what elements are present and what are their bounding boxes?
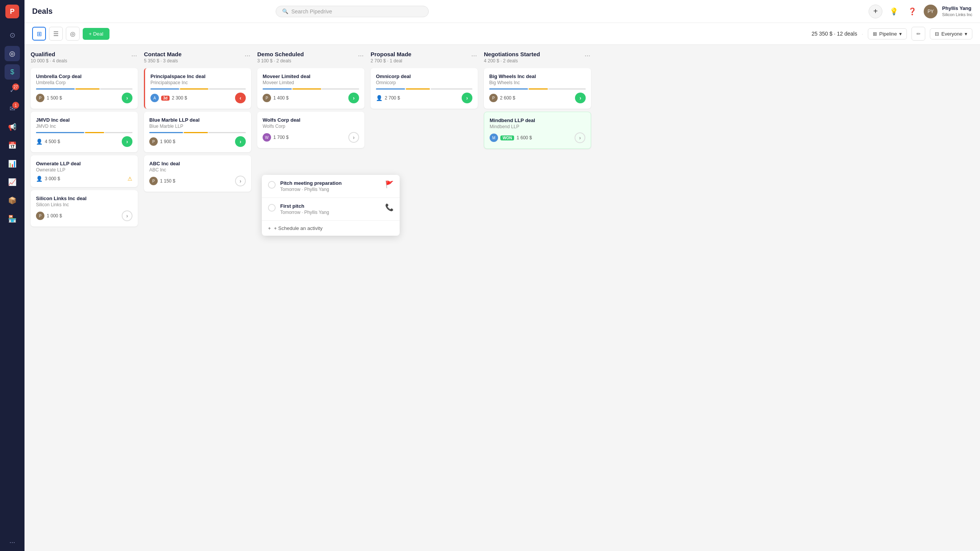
column-meta-negotiations-started: 4 200 $ · 2 deals [484,58,540,64]
card-principalspace[interactable]: Principalspace Inc deal Principalspace I… [144,68,251,109]
sidebar: P ⊙ ◎ $ ✓ 27 ✉ 1 📢 📅 📊 📈 📦 🏪 ··· [0,0,24,551]
card-company: Blue Marble LLP [149,124,246,129]
card-jmvd[interactable]: JMVD Inc deal JMVD Inc 👤 4 500 $ › [31,112,138,152]
column-meta-demo-scheduled: 3 100 $ · 2 deals [257,58,304,64]
sidebar-item-calendar[interactable]: 📅 [5,138,20,153]
column-menu-negotiations-started[interactable]: ··· [584,51,591,60]
column-menu-qualified[interactable]: ··· [131,51,138,60]
sidebar-item-reports[interactable]: 📊 [5,156,20,171]
card-avatar: M [490,134,498,142]
sidebar-item-home[interactable]: ⊙ [5,28,20,43]
search-icon: 🔍 [282,8,288,14]
card-company: Moveer Limited [263,80,359,85]
card-arrow[interactable]: › [348,93,359,103]
card-arrow[interactable]: › [122,93,132,103]
column-meta-contact-made: 5 350 $ · 3 deals [144,58,181,64]
mail-badge: 1 [12,102,19,109]
column-menu-demo-scheduled[interactable]: ··· [357,51,364,60]
card-footer: 👤 3 000 $ ⚠ [36,176,132,182]
card-company: Principalspace Inc [150,80,246,85]
kanban-view-button[interactable]: ⊞ [32,27,46,41]
forecast-view-button[interactable]: ◎ [66,27,80,41]
search-placeholder: Search Pipedrive [291,8,332,15]
pipeline-icon: ⊞ [873,31,877,37]
column-title-proposal-made: Proposal Made [371,51,412,57]
activity-item-first-pitch[interactable]: First pitch Tomorrow · Phyllis Yang 📞 [262,198,400,221]
card-avatar: P [149,137,158,146]
sidebar-item-contacts[interactable]: ◎ [5,46,20,61]
card-wolfs[interactable]: Wolfs Corp deal Wolfs Corp W 1 700 $ › [257,112,364,148]
card-amount: 1 150 $ [160,178,175,184]
user-info: Phyllis Yang Silicon Links Inc [942,5,972,17]
pipeline-dropdown[interactable]: ⊞ Pipeline ▾ [868,28,907,39]
lightbulb-icon[interactable]: 💡 [887,5,901,18]
sidebar-item-marketplace[interactable]: 🏪 [5,211,20,227]
activity-circle[interactable] [268,204,276,212]
filter-label: Everyone [941,31,962,37]
filter-chevron-icon: ▾ [965,31,967,37]
sidebar-item-campaigns[interactable]: 📢 [5,119,20,135]
topbar: Deals 🔍 Search Pipedrive + 💡 ❓ PY Phylli… [24,0,980,23]
card-arrow[interactable]: ‹ [235,93,246,103]
card-footer: M WON 1 600 $ › [490,132,585,143]
card-company: Omnicorp [376,80,472,85]
card-bigwheels[interactable]: Big Wheels Inc deal Big Wheels Inc P 2 6… [484,68,591,109]
card-company: Umbrella Corp [36,80,132,85]
add-deal-button[interactable]: + Deal [83,28,109,40]
card-omnicorp[interactable]: Omnicorp deal Omnicorp 👤 2 700 $ › [371,68,478,109]
card-bluemarble[interactable]: Blue Marble LLP deal Blue Marble LLP P 1… [144,112,251,152]
sidebar-item-deals[interactable]: $ [5,64,20,80]
card-moveer[interactable]: Moveer Limited deal Moveer Limited P 1 4… [257,68,364,109]
help-icon[interactable]: ❓ [905,5,919,18]
sidebar-item-mail[interactable]: ✉ 1 [5,101,20,116]
column-menu-proposal-made[interactable]: ··· [470,51,478,60]
filter-dropdown[interactable]: ⊟ Everyone ▾ [930,28,972,39]
warning-icon: ⚠ [127,176,132,182]
schedule-activity-button[interactable]: + + Schedule an activity [262,221,400,236]
card-arrow[interactable]: › [575,132,585,143]
card-arrow[interactable]: › [235,136,246,147]
card-footer: 👤 2 700 $ › [376,93,472,103]
card-arrow[interactable]: › [575,93,586,103]
card-arrow[interactable]: › [348,132,359,143]
card-ownerate[interactable]: Ownerate LLP deal Ownerate LLP 👤 3 000 $… [31,155,138,187]
activity-item-pitch-meeting[interactable]: Pitch meeting preparation Tomorrow · Phy… [262,175,400,198]
sidebar-item-products[interactable]: 📦 [5,193,20,208]
stats-text: 25 350 $ · 12 deals [812,31,857,37]
progress-bar [489,88,586,90]
activity-circle[interactable] [268,181,276,189]
column-header-contact-made: Contact Made 5 350 $ · 3 deals ··· [144,51,251,64]
won-badge: WON [500,135,514,140]
card-title: Wolfs Corp deal [263,117,359,123]
column-title-negotiations-started: Negotiations Started [484,51,540,57]
column-title-contact-made: Contact Made [144,51,181,57]
card-arrow[interactable]: › [462,93,472,103]
card-umbrella[interactable]: Umbrella Corp deal Umbrella Corp P 1 500… [31,68,138,109]
card-title: Omnicorp deal [376,73,472,79]
main-content: Deals 🔍 Search Pipedrive + 💡 ❓ PY Phylli… [24,0,980,551]
sidebar-more[interactable]: ··· [9,538,15,546]
column-proposal-made: Proposal Made 2 700 $ · 1 deal ··· Omnic… [371,51,478,545]
person-icon: 👤 [376,95,382,101]
progress-bar [376,88,472,90]
card-abc[interactable]: ABC Inc deal ABC Inc P 1 150 $ › [144,155,251,192]
card-mindbend[interactable]: Mindbend LLP deal Mindbend LLP M WON 1 6… [484,112,591,149]
sidebar-item-activities[interactable]: ✓ 27 [5,83,20,98]
card-siliconlinks[interactable]: Silicon Links Inc deal Silicon Links Inc… [31,190,138,227]
list-view-button[interactable]: ☰ [49,27,63,41]
search-bar[interactable]: 🔍 Search Pipedrive [276,6,429,17]
column-title-qualified: Qualified [31,51,67,57]
logo[interactable]: P [5,5,19,18]
sidebar-item-insights[interactable]: 📈 [5,174,20,190]
column-header-negotiations-started: Negotiations Started 4 200 $ · 2 deals ·… [484,51,591,64]
edit-pipeline-button[interactable]: ✏ [911,27,925,41]
add-button[interactable]: + [869,5,882,18]
card-amount: 1 700 $ [273,135,289,140]
card-arrow[interactable]: › [235,176,246,186]
card-arrow[interactable]: › [122,136,132,147]
column-menu-contact-made[interactable]: ··· [244,51,251,60]
schedule-label: + Schedule an activity [274,225,323,231]
card-title: Moveer Limited deal [263,73,359,79]
card-footer: P 2 600 $ › [489,93,586,103]
card-arrow[interactable]: › [122,210,132,221]
